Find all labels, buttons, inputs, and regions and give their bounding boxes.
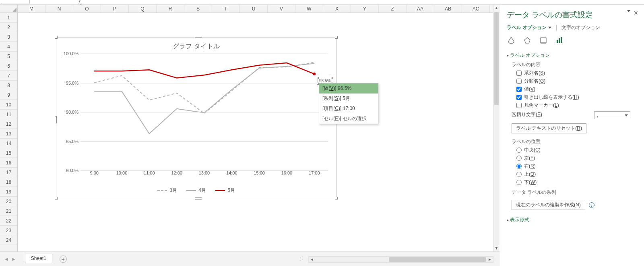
pane-options-dropdown-icon[interactable] (627, 10, 630, 12)
row-header[interactable]: 23 (0, 226, 17, 235)
column-header[interactable]: V (268, 5, 295, 12)
column-header[interactable]: R (157, 5, 184, 12)
column-header[interactable]: T (212, 5, 240, 12)
sheet-tab[interactable]: Sheet1 (25, 254, 52, 263)
row-header[interactable]: 3 (0, 32, 17, 42)
ctx-item-series[interactable]: [系列(S)] 5月 (319, 94, 378, 104)
chart-series-line[interactable] (94, 63, 314, 78)
scroll-thumb[interactable] (389, 257, 486, 262)
column-header[interactable]: P (101, 5, 129, 12)
pos-above[interactable]: 上(O) (516, 171, 638, 178)
column-header[interactable]: O (73, 5, 101, 12)
resize-handle[interactable] (335, 197, 338, 200)
column-header[interactable]: N (45, 5, 73, 12)
resize-handle[interactable] (195, 36, 202, 38)
fill-icon[interactable] (507, 36, 516, 45)
column-header[interactable]: AB (434, 5, 462, 12)
effects-icon[interactable] (523, 36, 532, 45)
column-header[interactable]: U (240, 5, 268, 12)
pos-below[interactable]: 下(W) (516, 179, 638, 186)
resize-handle[interactable] (195, 197, 202, 200)
column-header[interactable]: AA (407, 5, 434, 12)
chart-legend[interactable]: 3月 4月 5月 (56, 187, 336, 194)
sheet-nav-arrows[interactable]: ◄► (0, 256, 20, 262)
legend-item[interactable]: 3月 (157, 187, 177, 194)
row-header[interactable]: 17 (0, 168, 17, 177)
row-header[interactable]: 14 (0, 139, 17, 148)
clone-labels-button[interactable]: 現在のラベルの複製を作成(N) (512, 200, 585, 210)
row-header[interactable]: 8 (0, 81, 17, 90)
plot-area[interactable]: 80.0%85.0%90.0%95.0%100.0% (80, 54, 328, 170)
hscroll-split-handle[interactable]: ⋮ (298, 257, 303, 261)
column-header[interactable]: X (323, 5, 351, 12)
pos-center[interactable]: 中央(C) (516, 147, 638, 154)
row-header[interactable]: 22 (0, 216, 17, 226)
opt-series-name[interactable]: 系列名(S) (516, 70, 638, 77)
resize-handle[interactable] (55, 36, 58, 39)
row-header[interactable]: 20 (0, 197, 17, 206)
close-icon[interactable]: ✕ (634, 10, 638, 16)
row-header[interactable]: 11 (0, 110, 17, 119)
scroll-up-icon[interactable]: ▲ (493, 5, 500, 11)
chart-title[interactable]: グラフ タイトル (56, 37, 336, 53)
column-header[interactable]: Z (379, 5, 407, 12)
row-header[interactable]: 21 (0, 206, 17, 216)
pos-left[interactable]: 左(F) (516, 155, 638, 162)
legend-item[interactable]: 5月 (215, 187, 235, 194)
section-label-options[interactable]: ラベル オプション (507, 52, 638, 59)
tab-label-options[interactable]: ラベル オプション (507, 24, 551, 31)
resize-handle[interactable] (317, 77, 319, 79)
scroll-thumb[interactable] (494, 12, 499, 105)
row-header[interactable]: 6 (0, 61, 17, 71)
opt-value[interactable]: 値(V) (516, 86, 638, 93)
add-sheet-button[interactable]: + (60, 256, 67, 263)
row-header[interactable]: 4 (0, 42, 17, 52)
row-header[interactable]: 18 (0, 177, 17, 187)
chart-series-line[interactable] (94, 63, 314, 133)
row-header[interactable]: 13 (0, 129, 17, 139)
opt-legend-marker[interactable]: 凡例マーカー(L) (516, 102, 638, 109)
column-header[interactable]: Q (129, 5, 157, 12)
chart-series-line[interactable] (94, 62, 314, 114)
chart-object[interactable]: グラフ タイトル 80.0%85.0%90.0%95.0%100.0% 9:00… (56, 37, 336, 198)
ctx-item-cell[interactable]: [セル(E)] セルの選択 (319, 114, 378, 124)
label-options-icon[interactable] (555, 36, 564, 45)
ctx-item-value[interactable]: [値(V)] 96.5% (319, 83, 378, 94)
resize-handle[interactable] (331, 77, 333, 79)
horizontal-scrollbar[interactable]: ◄ ► (308, 256, 493, 263)
pos-right[interactable]: 右(R) (516, 163, 638, 170)
row-headers[interactable]: 123456789101112131415161718192021222324 (0, 13, 18, 251)
opt-leader-lines[interactable]: 引き出し線を表示する(H) (516, 94, 638, 101)
scroll-left-icon[interactable]: ◄ (309, 257, 315, 262)
column-header[interactable]: Y (351, 5, 379, 12)
row-header[interactable]: 24 (0, 235, 17, 245)
scroll-right-icon[interactable]: ► (487, 257, 493, 262)
row-header[interactable]: 1 (0, 13, 17, 23)
size-properties-icon[interactable] (539, 36, 548, 45)
row-header[interactable]: 5 (0, 52, 17, 61)
ctx-item-category[interactable]: [項目(C)] 17:00 (319, 104, 378, 114)
tab-text-options[interactable]: 文字のオプション (561, 24, 600, 31)
opt-category-name[interactable]: 分類名(G) (516, 78, 638, 85)
select-all-corner[interactable] (0, 5, 18, 13)
x-axis[interactable]: 9:0010:0011:0012:0013:0014:0015:0016:001… (80, 170, 328, 178)
row-header[interactable]: 2 (0, 23, 17, 32)
column-header[interactable]: W (295, 5, 323, 12)
info-icon[interactable]: i (589, 202, 594, 208)
resize-handle[interactable] (55, 197, 58, 200)
row-header[interactable]: 15 (0, 148, 17, 158)
scroll-down-icon[interactable]: ▼ (493, 245, 500, 251)
row-header[interactable]: 16 (0, 158, 17, 168)
vertical-scrollbar[interactable]: ▲ ▼ (493, 5, 500, 251)
row-header[interactable]: 10 (0, 100, 17, 110)
legend-item[interactable]: 4月 (186, 187, 206, 194)
reset-label-text-button[interactable]: ラベル テキストのリセット(R) (512, 123, 586, 133)
column-header[interactable]: S (184, 5, 212, 12)
resize-handle[interactable] (335, 36, 338, 39)
section-number-format[interactable]: 表示形式 (507, 216, 638, 223)
row-header[interactable]: 7 (0, 71, 17, 81)
row-header[interactable]: 19 (0, 187, 17, 197)
separator-dropdown[interactable]: , (594, 111, 630, 119)
column-header[interactable]: M (18, 5, 45, 12)
column-header[interactable]: AC (462, 5, 490, 12)
